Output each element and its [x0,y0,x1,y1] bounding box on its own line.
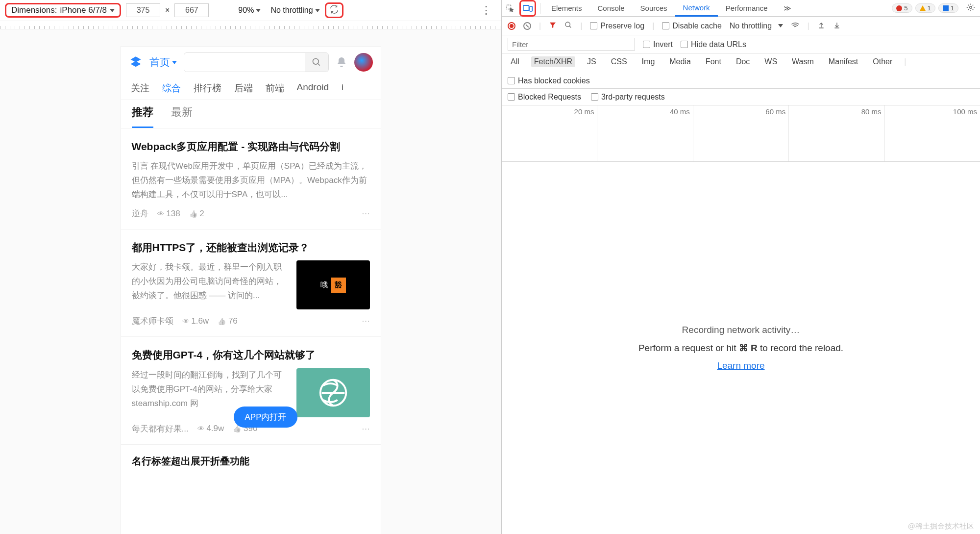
filter-row: Invert Hide data URLs [502,35,980,53]
search-input[interactable] [184,53,305,72]
search-icon[interactable] [564,21,572,31]
more-icon[interactable]: ⋯ [362,316,370,326]
app-header: 首页 [121,47,381,78]
errors-badge[interactable]: 5 [892,3,912,13]
more-icon[interactable]: ⋯ [362,424,370,434]
type-js[interactable]: JS [584,56,599,67]
post-views: 1.6w [182,316,209,326]
rotate-button[interactable] [325,2,343,18]
openai-icon [316,376,350,410]
blocked-requests-checkbox[interactable]: Blocked Requests [508,92,581,102]
eye-icon [197,424,204,433]
timeline-tick: 60 ms [765,107,785,116]
warnings-badge[interactable]: 1 [915,3,935,13]
tab-frontend[interactable]: 前端 [266,82,284,95]
post-item[interactable]: Webpack多页应用配置 - 实现路由与代码分割 引言 在现代Web应用开发中… [121,128,381,229]
home-link[interactable]: 首页 [149,55,177,69]
device-mode-toggle[interactable] [519,0,536,17]
type-media[interactable]: Media [666,56,694,67]
preserve-log-checkbox[interactable]: Preserve log [590,21,644,30]
filter-toggle-icon[interactable] [549,21,557,31]
tab-network[interactable]: Network [675,0,718,17]
type-other[interactable]: Other [870,56,895,67]
blocked-cookies-checkbox[interactable]: Has blocked cookies [508,76,590,85]
device-name: iPhone 6/7/8 [60,5,107,15]
avatar[interactable] [354,53,373,72]
dimensions-label: Dimensions: [11,5,57,15]
like-icon [218,316,226,326]
post-title: 免费使用GPT-4，你有这几个网站就够了 [132,348,370,362]
subtab-recommend[interactable]: 推荐 [132,105,153,128]
search-button[interactable] [305,53,328,72]
timeline-tick: 20 ms [574,107,594,116]
tab-console[interactable]: Console [590,0,633,17]
height-input[interactable] [174,3,209,17]
download-har-icon[interactable] [833,21,841,31]
post-author[interactable]: 魔术师卡颂 [132,315,173,327]
learn-more-link[interactable]: Learn more [717,360,764,371]
bell-icon[interactable] [336,56,347,68]
inspect-element-icon[interactable] [502,0,518,17]
search-box [184,52,329,72]
tab-sources[interactable]: Sources [633,0,675,17]
juejin-logo-icon [129,55,143,69]
chevron-down-icon [315,9,320,12]
throttling-dropdown[interactable]: No throttling [730,22,783,30]
kebab-menu-icon[interactable]: ⋮ [481,5,491,16]
eye-icon [182,316,189,326]
post-title-partial: 名行标签超出展开折叠功能 [121,445,381,471]
like-icon [189,209,197,218]
tab-android[interactable]: Android [297,82,329,95]
type-css[interactable]: CSS [608,56,630,67]
disable-cache-checkbox[interactable]: Disable cache [662,21,722,30]
timeline-overview[interactable]: 20 ms 40 ms 60 ms 80 ms 100 ms [502,105,980,162]
svg-point-0 [313,59,318,65]
post-author[interactable]: 每天都有好果... [132,423,189,434]
dimensions-selector[interactable]: Dimensions: iPhone 6/7/8 [5,3,121,18]
third-party-checkbox[interactable]: 3rd-party requests [591,92,665,102]
invert-checkbox[interactable]: Invert [643,40,673,49]
record-button[interactable] [508,22,515,30]
empty-state: Recording network activity… Perform a re… [502,162,980,534]
throttling-selector[interactable]: No throttling [270,6,319,15]
tab-backend[interactable]: 后端 [234,82,253,95]
type-ws[interactable]: WS [761,56,780,67]
issues-badge[interactable]: 1 [938,3,958,13]
upload-har-icon[interactable] [817,21,825,31]
post-item[interactable]: 都用HTTPS了，还能被查出浏览记录？ 大家好，我卡颂。最近，群里一个刚入职的小… [121,229,381,337]
tab-elements[interactable]: Elements [543,0,590,17]
network-toolbar: | | Preserve log | Disable cache No thro… [502,17,980,35]
zoom-selector[interactable]: 90% [238,6,261,15]
like-icon [233,424,241,433]
empty-line2: Perform a request or hit ⌘ R to record t… [638,342,843,354]
hide-data-urls-checkbox[interactable]: Hide data URLs [681,40,746,49]
tab-ranking[interactable]: 排行榜 [194,82,221,95]
type-img[interactable]: Img [639,56,658,67]
tabs-overflow[interactable]: ≫ [776,0,799,17]
tab-performance[interactable]: Performance [718,0,776,17]
subtab-latest[interactable]: 最新 [171,105,193,128]
chevron-down-icon [778,24,783,27]
clear-button[interactable] [523,22,531,30]
filter-input[interactable] [508,38,635,51]
gear-icon[interactable] [966,3,975,13]
type-wasm[interactable]: Wasm [789,56,817,67]
times-label: × [165,6,170,15]
type-all[interactable]: All [508,56,522,67]
tab-more[interactable]: i [342,82,343,95]
width-input[interactable] [126,3,160,17]
tab-zonghe[interactable]: 综合 [162,82,181,95]
type-doc[interactable]: Doc [733,56,753,67]
post-author[interactable]: 逆舟 [132,208,148,219]
network-conditions-icon[interactable] [791,22,800,30]
type-font[interactable]: Font [703,56,724,67]
block-row: Blocked Requests 3rd-party requests [502,89,980,105]
device-toolbar: Dimensions: iPhone 6/7/8 × 90% No thrott… [0,0,501,21]
post-item[interactable]: 免费使用GPT-4，你有这几个网站就够了 经过一段时间的翻江倒海，找到了几个可以… [121,337,381,444]
open-in-app-button[interactable]: APP内打开 [234,407,297,428]
type-manifest[interactable]: Manifest [826,56,861,67]
post-thumbnail [296,368,370,417]
type-fetch[interactable]: Fetch/XHR [531,56,575,67]
more-icon[interactable]: ⋯ [362,208,370,219]
tab-follow[interactable]: 关注 [131,82,149,95]
